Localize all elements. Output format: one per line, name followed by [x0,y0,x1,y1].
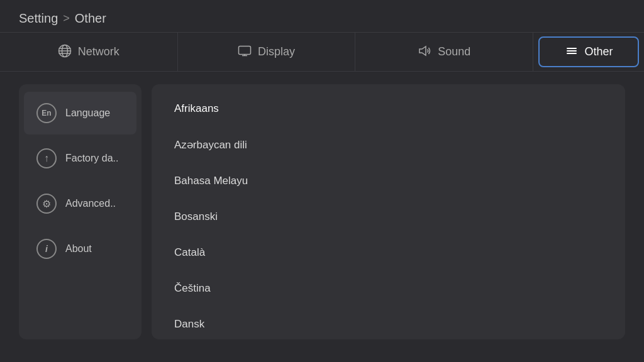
language-item[interactable]: Català [157,235,620,270]
header-title: Setting [19,11,58,26]
sidebar-item-advanced[interactable]: ⚙ Advanced.. [24,182,136,225]
tab-other-label: Other [585,45,613,58]
tab-other[interactable]: Other [538,36,639,67]
network-icon [58,44,72,60]
svg-marker-8 [419,47,426,55]
language-list: AfrikaansAzərbaycan diliBahasa MelayuBos… [152,84,625,339]
header-separator: > [63,12,70,25]
other-icon [565,44,579,60]
sidebar-item-label: Advanced.. [65,198,116,209]
factory-icon: ↑ [36,148,57,168]
tab-display[interactable]: Display [178,33,356,71]
tabs-bar: Network Display Sound [0,32,644,72]
svg-rect-5 [238,47,250,55]
sidebar-item-label: Factory da.. [65,153,118,164]
tab-sound[interactable]: Sound [355,33,533,71]
language-item[interactable]: Čeština [157,271,620,306]
about-icon: i [36,239,57,259]
sidebar-item-label: About [65,243,92,255]
sidebar-item-language[interactable]: En Language [24,92,136,134]
language-item[interactable]: Dansk [157,307,620,339]
sidebar-item-factory[interactable]: ↑ Factory da.. [24,137,136,180]
language-item[interactable]: Afrikaans [157,91,620,126]
sound-icon [418,44,431,60]
language-item[interactable]: Bosanski [157,199,620,234]
advanced-icon: ⚙ [36,194,57,214]
tab-network[interactable]: Network [0,33,178,71]
display-icon [238,44,252,60]
language-item[interactable]: Azərbaycan dili [157,127,620,163]
sidebar-item-label: Language [65,107,110,119]
tab-sound-label: Sound [438,45,470,58]
header-subtitle: Other [75,11,106,26]
sidebar: En Language ↑ Factory da.. ⚙ Advanced.. … [19,84,142,339]
tab-network-label: Network [78,45,119,58]
header: Setting > Other [0,0,644,32]
content-area: En Language ↑ Factory da.. ⚙ Advanced.. … [0,72,644,352]
tab-display-label: Display [258,45,295,58]
language-item[interactable]: Bahasa Melayu [157,163,620,199]
sidebar-item-about[interactable]: i About [24,228,136,270]
language-icon: En [36,103,57,123]
